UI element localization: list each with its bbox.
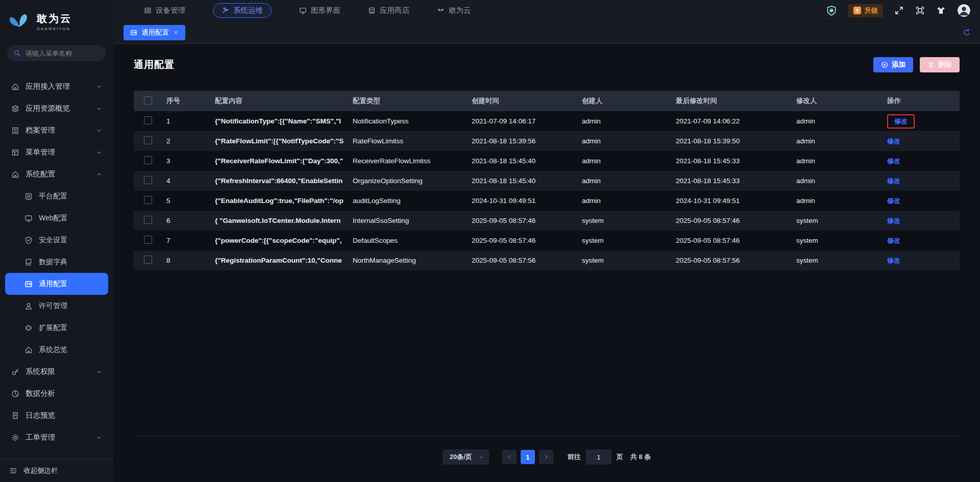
tab-close-icon[interactable]	[173, 30, 179, 35]
edit-link[interactable]: 修改	[887, 217, 900, 224]
row-seq: 6	[157, 217, 206, 224]
topnav-item-app-store[interactable]: 应用商店	[368, 6, 409, 15]
header-actions: 升级	[826, 4, 971, 17]
add-button[interactable]: 添加	[873, 57, 913, 72]
pie-icon	[11, 390, 19, 398]
sidebar-subitem-platform-config[interactable]: 平台配置	[5, 185, 108, 207]
delete-button[interactable]: 删除	[920, 57, 960, 72]
cell-actions: 修改	[878, 216, 960, 225]
sidebar-subitem-security-settings[interactable]: 安全设置	[5, 229, 108, 251]
collapse-sidebar-button[interactable]: 收起侧边栏	[0, 459, 113, 482]
tab-general-config[interactable]: 通用配置	[124, 25, 185, 40]
menu-search[interactable]	[7, 45, 106, 61]
topnav-item-ganweiyun[interactable]: 敢为云	[437, 6, 471, 15]
sidebar-item-label-archive-management: 档案管理	[26, 125, 55, 135]
sidebar-item-label-work-order: 工单管理	[26, 433, 55, 442]
row-creator: system	[573, 217, 667, 224]
page-actions: 添加 删除	[873, 57, 960, 72]
row-content: {"powerCode":[{"scopeCode":"equip",	[206, 237, 344, 244]
row-creator: admin	[573, 177, 667, 185]
chevron-right-icon	[543, 454, 549, 460]
sidebar-item-label-system-permission: 系统权限	[26, 367, 55, 376]
table-header-row: 序号配置内容配置类型创建时间创建人最后修改时间修改人操作	[134, 91, 960, 111]
edit-link[interactable]: 修改	[887, 177, 900, 185]
security-shield-icon[interactable]	[826, 5, 837, 16]
next-page-button[interactable]	[539, 450, 553, 464]
edit-link[interactable]: 修改	[887, 157, 900, 165]
row-type: OrganizeOptionSetting	[344, 177, 462, 185]
sidebar-subitem-extension-config[interactable]: 扩展配置	[5, 317, 108, 339]
row-checkbox[interactable]	[144, 116, 152, 124]
cell-actions: 修改	[878, 137, 960, 146]
sidebar-menu: 应用接入管理应用资源概览档案管理菜单管理系统配置平台配置Web配置安全设置数据字…	[0, 72, 113, 459]
table-row: 4{"RefreshInterval":86400,"EnableSettinO…	[134, 171, 960, 191]
row-checkbox[interactable]	[144, 196, 152, 204]
sidebar-item-data-analysis[interactable]: 数据分析	[5, 383, 108, 404]
upgrade-button[interactable]: 升级	[848, 4, 883, 17]
row-checkbox[interactable]	[144, 216, 152, 224]
goto-page: 前往 页	[568, 449, 623, 465]
edit-link[interactable]: 修改	[894, 117, 908, 126]
row-modified: 2025-09-05 08:57:46	[667, 237, 787, 244]
header-cell-0: 序号	[157, 96, 206, 106]
card-icon	[24, 280, 33, 288]
page-size-select[interactable]: 20条/页	[443, 449, 489, 465]
row-checkbox[interactable]	[144, 176, 152, 184]
wrench-icon	[222, 7, 229, 14]
edit-link[interactable]: 修改	[887, 197, 900, 205]
table-row: 3{"ReceiverRateFlowLimit":{"Day":300,"Re…	[134, 151, 960, 171]
sidebar-item-log-preview[interactable]: 日志预览	[5, 404, 108, 426]
row-checkbox[interactable]	[144, 136, 152, 144]
sidebar-item-label-app-access: 应用接入管理	[26, 82, 70, 91]
tab-bar: 通用配置	[113, 21, 980, 44]
sidebar-item-app-resources[interactable]: 应用资源概览	[5, 97, 108, 119]
chevron-down-icon	[96, 149, 102, 156]
edit-link[interactable]: 修改	[887, 257, 900, 264]
row-creator: admin	[573, 137, 667, 145]
row-seq: 2	[157, 137, 206, 145]
theme-tshirt-icon[interactable]	[936, 6, 946, 15]
sidebar-item-work-order[interactable]: 工单管理	[5, 426, 108, 448]
sidebar-item-archive-management[interactable]: 档案管理	[5, 119, 108, 141]
row-checkbox[interactable]	[144, 256, 152, 264]
current-page-button[interactable]: 1	[521, 450, 535, 464]
row-type: ReceiverRateFlowLimitss	[344, 157, 462, 165]
sidebar-subitem-label-system-overview: 系统总览	[39, 345, 67, 354]
topnav-item-graphic-ui[interactable]: 图形界面	[299, 6, 340, 15]
user-avatar[interactable]	[957, 4, 971, 17]
sidebar-subitem-system-overview[interactable]: 系统总览	[5, 339, 108, 361]
sidebar-subitem-license-management[interactable]: 许可管理	[5, 295, 108, 317]
sidebar-subitem-general-config[interactable]: 通用配置	[5, 273, 108, 295]
row-seq: 8	[157, 257, 206, 264]
refresh-icon[interactable]	[963, 29, 971, 37]
page-title: 通用配置	[134, 58, 175, 71]
sidebar-item-system-config[interactable]: 系统配置	[5, 163, 108, 185]
topnav-item-device-management[interactable]: 设备管理	[144, 6, 185, 15]
add-button-label: 添加	[892, 60, 905, 69]
screen-capture-icon[interactable]	[915, 6, 925, 15]
goto-page-input[interactable]	[586, 449, 611, 465]
cell-actions: 修改	[878, 196, 960, 206]
sidebar-item-menu-management[interactable]: 菜单管理	[5, 141, 108, 163]
table-row: 1{"NotificationType":[{"Name":"SMS","INo…	[134, 111, 960, 131]
menu-search-input[interactable]	[24, 49, 116, 58]
prev-page-button[interactable]	[502, 450, 517, 464]
sidebar-item-label-system-config: 系统配置	[26, 169, 55, 179]
row-content: {"ReceiverRateFlowLimit":{"Day":300,"	[206, 157, 344, 165]
sidebar-subitem-data-dictionary[interactable]: 数据字典	[5, 251, 108, 273]
topnav-item-system-ops[interactable]: 系统运维	[213, 3, 272, 18]
cell-checkbox	[134, 156, 157, 166]
edit-link[interactable]: 修改	[887, 137, 900, 145]
fullscreen-expand-icon[interactable]	[894, 6, 904, 15]
sidebar-item-label-menu-management: 菜单管理	[26, 147, 55, 157]
search-icon	[13, 49, 20, 57]
sidebar-subitem-web-config[interactable]: Web配置	[5, 207, 108, 229]
row-checkbox[interactable]	[144, 236, 152, 244]
edit-link[interactable]: 修改	[887, 237, 900, 244]
select-all-checkbox[interactable]	[144, 96, 152, 105]
sidebar-item-app-access[interactable]: 应用接入管理	[5, 75, 108, 97]
row-checkbox[interactable]	[144, 156, 152, 164]
row-modifier: admin	[787, 117, 878, 125]
shield-icon	[24, 236, 33, 244]
sidebar-item-system-permission[interactable]: 系统权限	[5, 361, 108, 383]
